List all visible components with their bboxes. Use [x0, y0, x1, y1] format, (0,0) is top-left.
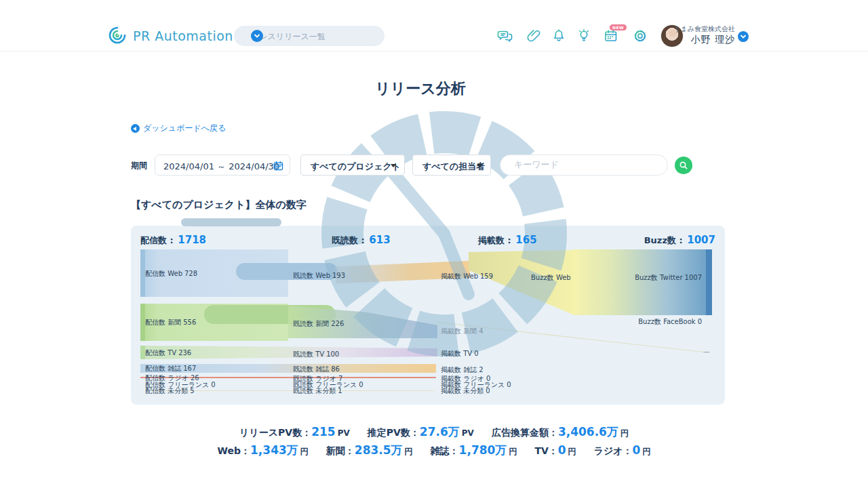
node-label: 既読数 新聞226 [293, 319, 344, 329]
back-to-dashboard-link[interactable]: ダッシュボードへ戻る [131, 123, 226, 134]
node-label: 掲載数 新聞4 [441, 327, 484, 336]
summary-row-1: リリースPV数：215PV 推定PV数：27.6万PV 広告換算金額：3,406… [0, 424, 868, 440]
keyword-search-field [500, 155, 668, 176]
horizontal-scrollbar-thumb[interactable] [181, 218, 281, 226]
keyword-input[interactable] [514, 159, 650, 169]
section-title: 【すべてのプロジェクト】全体の数字 [131, 199, 307, 211]
node-label: 既読数 Web193 [293, 271, 345, 281]
node-label: 配信数 Web728 [145, 269, 197, 279]
logo-text[interactable]: PR Automation [133, 28, 233, 43]
ad-value-stat: 広告換算金額：3,406.6万円 [492, 424, 629, 440]
node-label: Buzz数 FaceBook0 [638, 317, 702, 327]
ribbon-web-published-buzz [469, 250, 574, 315]
node-label: 掲載数 TV0 [441, 349, 479, 359]
calendar-new-badge: NEW [610, 24, 627, 30]
lightbulb-icon[interactable] [576, 28, 592, 44]
magazine-value-stat: 雑誌：1,780万円 [431, 443, 517, 458]
read-total: 既読数 : 613 [332, 234, 391, 247]
distribution-total: 配信数 : 1718 [140, 234, 206, 247]
node-label: Buzz数 Twitter1007 [635, 273, 702, 283]
node-label: 掲載数 雑誌2 [441, 365, 484, 375]
zero-buzz-dash: — [703, 348, 710, 355]
owner-select[interactable]: すべての担当者 [412, 155, 491, 176]
page-title: リリース分析 [0, 79, 841, 99]
bell-icon[interactable] [551, 28, 567, 44]
published-total: 掲載数 : 165 [478, 234, 537, 247]
radio-value-stat: ラジオ：0円 [594, 443, 651, 458]
user-name: 小野 理沙 [691, 34, 735, 46]
period-label: 期間 [131, 160, 147, 171]
release-analysis-page: PR Automation プレスリリース一覧 NEW [0, 0, 868, 488]
estimated-pv-stat: 推定PV数：27.6万PV [368, 424, 474, 440]
gear-icon[interactable] [632, 28, 648, 44]
chevron-down-icon [251, 30, 263, 42]
node-web-distribution [140, 249, 145, 297]
node-label: 掲載数 Web159 [441, 272, 493, 281]
summary-row-2: Web：1,343万円 新聞：283.5万円 雑誌：1,780万円 TV：0円 … [0, 443, 868, 458]
buzz-total: Buzz数 : 1007 [644, 234, 715, 247]
top-bar: PR Automation プレスリリース一覧 NEW [0, 0, 868, 52]
node-label: 配信数 新聞556 [145, 318, 196, 327]
search-icon [678, 160, 689, 171]
node-label: Buzz数 Web [531, 273, 573, 283]
project-select[interactable]: すべてのプロジェクト [300, 155, 405, 176]
search-button[interactable] [675, 157, 692, 174]
date-calendar-icon [273, 160, 284, 171]
web-value-stat: Web：1,343万円 [218, 443, 309, 458]
user-company: うまみ食堂株式会社 [673, 24, 735, 34]
tv-value-stat: TV：0円 [534, 443, 576, 458]
node-tv-distribution [140, 346, 145, 359]
chat-icon[interactable] [497, 28, 513, 44]
node-newspaper-distribution [140, 304, 145, 341]
node-label: 掲載数 未分類0 [441, 386, 490, 396]
node-buzz-twitter [706, 249, 712, 315]
back-arrow-icon [131, 124, 140, 133]
user-menu-chevron-icon[interactable] [738, 31, 749, 42]
node-label: 既読数 雑誌86 [293, 365, 340, 374]
period-date-input[interactable]: 2024/04/01 ～ 2024/04/30 [155, 155, 290, 176]
release-pv-stat: リリースPV数：215PV [239, 425, 350, 439]
node-label: 配信数 未分類5 [145, 386, 195, 396]
paperclip-icon[interactable] [526, 28, 542, 44]
pr-automation-logo-icon[interactable] [107, 25, 127, 45]
node-label: 既読数 未分類1 [293, 386, 342, 396]
node-label: 既読数 TV100 [293, 350, 339, 359]
node-label: 配信数 雑誌167 [145, 364, 196, 373]
newspaper-value-stat: 新聞：283.5万円 [326, 443, 413, 458]
sankey-chart-panel: 配信数 : 1718 既読数 : 613 掲載数 : 165 Buzz数 : 1… [131, 226, 725, 405]
press-release-dropdown[interactable]: プレスリリース一覧 [234, 26, 384, 46]
summary-stats: リリースPV数：215PV 推定PV数：27.6万PV 広告換算金額：3,406… [0, 424, 868, 461]
node-label: 配信数 TV236 [145, 348, 191, 358]
